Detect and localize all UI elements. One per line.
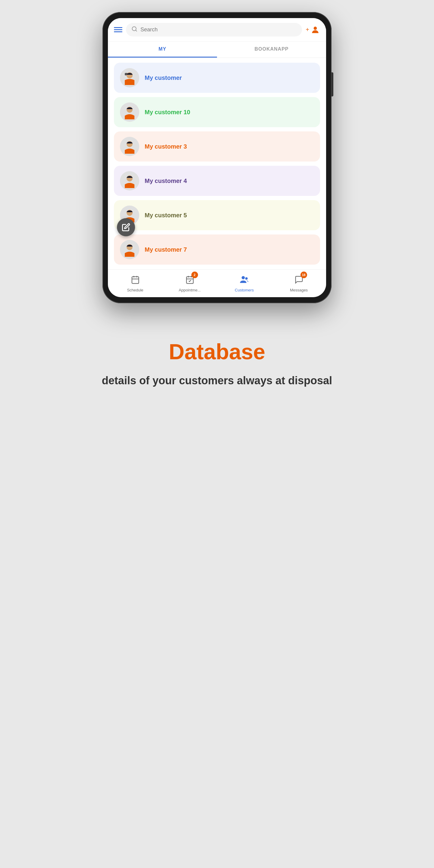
tab-bar: MY BOOKANAPP bbox=[108, 41, 326, 58]
list-item[interactable]: My customer 4 bbox=[114, 166, 320, 196]
messages-badge: 18 bbox=[301, 272, 307, 278]
promo-title: Database bbox=[24, 339, 410, 364]
hamburger-menu-button[interactable] bbox=[114, 27, 122, 32]
schedule-icon-wrap bbox=[129, 273, 142, 286]
appointments-label: Appointme... bbox=[179, 288, 201, 292]
search-bar[interactable] bbox=[126, 23, 302, 36]
person-figure bbox=[122, 105, 137, 119]
phone-side-button bbox=[332, 72, 333, 96]
add-customer-button[interactable]: + bbox=[306, 25, 320, 35]
avatar bbox=[120, 102, 139, 122]
svg-rect-11 bbox=[132, 277, 138, 284]
list-item[interactable]: My customer bbox=[114, 63, 320, 93]
list-item[interactable]: My customer 10 bbox=[114, 97, 320, 127]
svg-point-2 bbox=[314, 27, 317, 30]
pencil-icon bbox=[122, 223, 130, 231]
svg-point-22 bbox=[241, 276, 245, 279]
svg-point-23 bbox=[245, 277, 247, 280]
bottom-navigation: Schedule 2 Appointme... bbox=[108, 270, 326, 297]
svg-rect-18 bbox=[186, 277, 193, 284]
list-item[interactable]: My customer 5 bbox=[114, 200, 320, 230]
list-item[interactable]: My customer 3 bbox=[114, 131, 320, 161]
promo-subtitle: details of your customers always at disp… bbox=[24, 373, 410, 388]
avatar bbox=[120, 68, 139, 87]
phone-screen: + MY BOOKANAPP bbox=[108, 18, 326, 297]
avatar bbox=[120, 240, 139, 259]
person-figure bbox=[122, 174, 137, 188]
messages-icon-wrap: 18 bbox=[293, 273, 305, 286]
phone-frame: + MY BOOKANAPP bbox=[102, 12, 332, 303]
nav-item-customers[interactable]: Customers bbox=[217, 273, 272, 292]
list-item[interactable]: My customer 7 bbox=[114, 235, 320, 265]
person-figure bbox=[122, 242, 137, 257]
person-figure bbox=[122, 139, 137, 154]
schedule-label: Schedule bbox=[127, 288, 143, 292]
edit-fab-button[interactable] bbox=[117, 218, 135, 236]
appointments-icon-wrap: 2 bbox=[184, 273, 196, 286]
tab-my[interactable]: MY bbox=[108, 41, 217, 58]
customers-icon bbox=[240, 275, 249, 284]
customer-name: My customer 3 bbox=[145, 143, 187, 150]
search-input[interactable] bbox=[141, 27, 297, 33]
phone-wrapper: + MY BOOKANAPP bbox=[102, 12, 332, 303]
avatar bbox=[120, 137, 139, 156]
avatar bbox=[120, 171, 139, 190]
svg-line-1 bbox=[135, 30, 137, 31]
tab-bookanapp[interactable]: BOOKANAPP bbox=[217, 41, 326, 58]
appointments-badge: 2 bbox=[191, 272, 198, 278]
nav-item-appointments[interactable]: 2 Appointme... bbox=[162, 273, 217, 292]
customer-name: My customer 7 bbox=[145, 246, 187, 253]
person-figure bbox=[122, 70, 137, 85]
app-header: + bbox=[108, 18, 326, 41]
search-icon bbox=[131, 26, 137, 33]
customers-label: Customers bbox=[235, 288, 254, 292]
promo-section: Database details of your customers alway… bbox=[0, 321, 434, 412]
user-icon bbox=[310, 25, 320, 35]
plus-icon: + bbox=[306, 26, 309, 33]
schedule-icon bbox=[131, 275, 140, 284]
customer-name: My customer 5 bbox=[145, 212, 187, 219]
customer-name: My customer bbox=[145, 74, 182, 82]
nav-item-messages[interactable]: 18 Messages bbox=[272, 273, 326, 292]
customer-name: My customer 10 bbox=[145, 109, 190, 116]
nav-item-schedule[interactable]: Schedule bbox=[108, 273, 162, 292]
customer-list: My customer My customer 10 bbox=[108, 58, 326, 270]
customers-icon-wrap bbox=[238, 273, 251, 286]
customer-name: My customer 4 bbox=[145, 178, 187, 184]
messages-label: Messages bbox=[290, 288, 308, 292]
